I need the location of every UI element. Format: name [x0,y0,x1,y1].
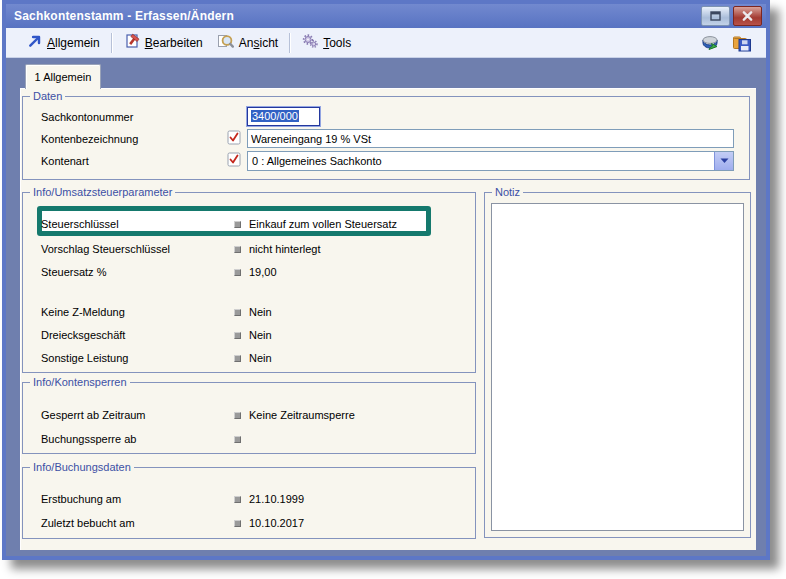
toolbar: Allgemein Bearbeiten Ansicht Tool [6,28,766,58]
row-value: Nein [249,306,272,318]
menu-label: Ansicht [239,36,278,50]
row-label: Erstbuchung am [41,493,121,505]
bullet-marker-icon [234,332,241,339]
group-umsatzsteuerparameter: Info/Umsatzsteuerparameter Steuerschlüss… [22,192,476,373]
row-value: Nein [249,329,272,341]
info-row-gesperrt-ab-zeitraum: Gesperrt ab Zeitraum Keine Zeitraumsperr… [23,409,475,424]
menu-label: Allgemein [47,36,100,50]
restore-icon [710,7,721,25]
window-body: 1 Allgemein Daten Sachkontonummer 3400/0… [6,58,766,556]
bullet-marker-icon [234,246,241,253]
bullet-marker-icon [234,309,241,316]
row-label: Keine Z-Meldung [41,306,125,318]
tab-label: 1 Allgemein [35,71,92,83]
kontenart-select[interactable]: 0 : Allgemeines Sachkonto [247,151,734,171]
magnifier-icon [217,33,234,52]
modified-check-icon [227,130,241,145]
notiz-textarea[interactable] [491,203,744,531]
info-row-sonstige-leistung: Sonstige Leistung Nein [23,352,475,367]
row-value: 19,00 [249,266,277,278]
bullet-marker-icon [234,355,241,362]
group-legend: Info/Kontensperren [30,375,130,389]
app-window: Sachkontenstamm - Erfassen/Ändern [2,0,770,560]
row-label: Zuletzt bebucht am [41,517,135,529]
kontenbezeichnung-input[interactable] [247,129,734,148]
row-label: Vorschlag Steuerschlüssel [41,243,170,255]
arrow-up-right-icon [27,34,42,52]
row-label: Steuersatz % [41,266,106,278]
toolbar-right-icons [700,33,758,53]
edit-hammer-icon [124,33,140,52]
info-row-keine-z-meldung: Keine Z-Meldung Nein [23,306,475,321]
info-row-steuerschluessel: Steuerschlüssel Einkauf zum vollen Steue… [23,218,475,233]
row-label: Dreiecksgeschäft [41,329,125,341]
kontenart-selected-value: 0 : Allgemeines Sachkonto [248,155,714,167]
modified-check-icon [227,152,241,167]
desktop-background: Sachkontenstamm - Erfassen/Ändern [0,0,786,579]
menu-label: Bearbeiten [145,36,203,50]
info-row-erstbuchung-am: Erstbuchung am 21.10.1999 [23,493,475,508]
row-value: 21.10.1999 [249,493,304,505]
menu-item-tools[interactable]: Tools [295,30,358,55]
group-daten: Daten Sachkontonummer 3400/000 Kontenbez… [22,96,750,180]
group-kontensperren: Info/Kontensperren Gesperrt ab Zeitraum … [22,382,476,454]
group-legend: Notiz [492,185,523,199]
input-selected-text: 3400/000 [251,110,299,122]
row-label: Steuerschlüssel [41,218,119,230]
info-row-dreiecksgeschaeft: Dreiecksgeschäft Nein [23,329,475,344]
row-value: Einkauf zum vollen Steuersatz [249,218,397,230]
bullet-marker-icon [234,269,241,276]
content-panel: Daten Sachkontonummer 3400/000 Kontenbez… [20,88,756,550]
window-title: Sachkontenstamm - Erfassen/Ändern [6,9,234,23]
window-controls [701,6,762,26]
save-icon[interactable] [732,33,752,53]
info-row-vorschlag-steuerschluessel: Vorschlag Steuerschlüssel nicht hinterle… [23,243,475,258]
titlebar[interactable]: Sachkontenstamm - Erfassen/Ändern [6,4,766,28]
kontenart-label: Kontenart [41,155,89,167]
info-row-zuletzt-bebucht-am: Zuletzt bebucht am 10.10.2017 [23,517,475,532]
row-label: Sonstige Leistung [41,352,128,364]
dropdown-arrow-button[interactable] [714,152,733,170]
tab-allgemein[interactable]: 1 Allgemein [25,64,101,89]
bullet-marker-icon [234,496,241,503]
menu-item-bearbeiten[interactable]: Bearbeiten [117,30,210,55]
group-notiz: Notiz [484,192,751,538]
row-value: Keine Zeitraumsperre [249,409,355,421]
bullet-marker-icon [234,221,241,228]
bullet-marker-icon [234,412,241,419]
row-value: Nein [249,352,272,364]
kontenbezeichnung-label: Kontenbezeichnung [41,133,138,145]
group-legend: Info/Umsatzsteuerparameter [30,185,175,199]
sachkontonummer-label: Sachkontonummer [41,111,133,123]
row-value: 10.10.2017 [249,517,304,529]
refresh-icon[interactable] [700,33,720,53]
row-value: nicht hinterlegt [249,243,321,255]
info-row-buchungssperre-ab: Buchungssperre ab [23,433,475,448]
menu-label: Tools [323,36,351,50]
close-button[interactable] [733,6,762,26]
toolbar-separator [289,33,291,53]
toolbar-separator [111,33,113,53]
chevron-down-icon [720,158,729,164]
close-icon [742,7,753,25]
group-buchungsdaten: Info/Buchungsdaten Erstbuchung am 21.10.… [22,467,476,539]
restore-button[interactable] [701,6,730,26]
sachkontonummer-input[interactable]: 3400/000 [247,107,320,126]
bullet-marker-icon [234,520,241,527]
group-legend: Daten [30,89,65,103]
row-label: Gesperrt ab Zeitraum [41,409,146,421]
menu-item-allgemein[interactable]: Allgemein [20,31,107,55]
menu-item-ansicht[interactable]: Ansicht [210,30,285,55]
gears-icon [302,33,318,52]
bullet-marker-icon [234,436,241,443]
info-row-steuersatz: Steuersatz % 19,00 [23,266,475,281]
group-legend: Info/Buchungsdaten [30,460,134,474]
row-label: Buchungssperre ab [41,433,136,445]
